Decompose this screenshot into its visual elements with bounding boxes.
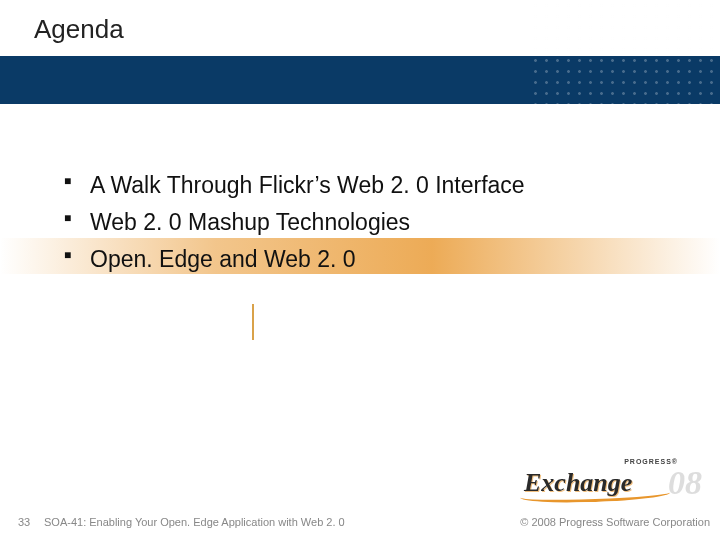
slide: Agenda A Walk Through Flickr’s Web 2. 0 … (0, 0, 720, 540)
agenda-item: Web 2. 0 Mashup Technologies (64, 207, 664, 238)
agenda-item: Open. Edge and Web 2. 0 (64, 244, 664, 275)
page-number: 33 (18, 516, 30, 528)
header-blue-band (0, 56, 720, 104)
agenda-list: A Walk Through Flickr’s Web 2. 0 Interfa… (64, 170, 664, 281)
header-dot-pattern (530, 0, 720, 104)
footer-session-title: SOA-41: Enabling Your Open. Edge Applica… (44, 516, 345, 528)
agenda-item: A Walk Through Flickr’s Web 2. 0 Interfa… (64, 170, 664, 201)
cursor-mark (252, 304, 254, 340)
footer: 33 SOA-41: Enabling Your Open. Edge Appl… (0, 488, 720, 540)
footer-copyright: © 2008 Progress Software Corporation (520, 516, 710, 528)
